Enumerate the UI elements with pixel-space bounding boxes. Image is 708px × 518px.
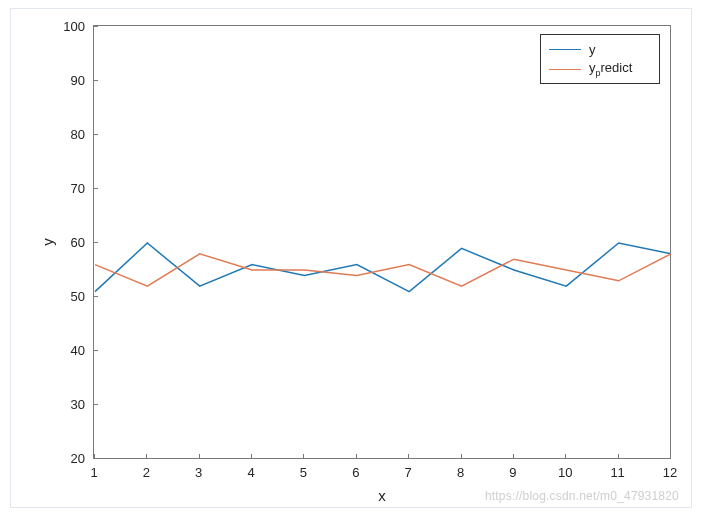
- plot-area: yypredict: [93, 25, 671, 459]
- x-tick: [356, 454, 357, 459]
- y-tick: [93, 26, 98, 27]
- y-tick: [93, 296, 98, 297]
- legend-item: ypredict: [549, 59, 651, 79]
- x-tick: [303, 454, 304, 459]
- y-tick-label: 70: [71, 181, 85, 196]
- y-tick-label: 40: [71, 343, 85, 358]
- x-tick: [461, 454, 462, 459]
- x-tick-label: 2: [143, 465, 150, 480]
- x-tick-label: 4: [247, 465, 254, 480]
- x-tick-label: 6: [352, 465, 359, 480]
- legend-item: y: [549, 39, 651, 59]
- series-line: [95, 254, 671, 286]
- x-tick-label: 7: [405, 465, 412, 480]
- x-tick-label: 5: [300, 465, 307, 480]
- y-tick-label: 90: [71, 73, 85, 88]
- x-tick-label: 10: [558, 465, 572, 480]
- x-tick: [670, 454, 671, 459]
- chart-frame: yypredict x y https://blog.csdn.net/m0_4…: [10, 8, 692, 508]
- y-tick: [93, 458, 98, 459]
- x-tick: [199, 454, 200, 459]
- x-tick-label: 12: [663, 465, 677, 480]
- x-tick-label: 9: [509, 465, 516, 480]
- y-tick-label: 100: [63, 19, 85, 34]
- x-tick-label: 3: [195, 465, 202, 480]
- x-tick: [565, 454, 566, 459]
- x-tick-label: 8: [457, 465, 464, 480]
- watermark-text: https://blog.csdn.net/m0_47931820: [485, 489, 679, 503]
- legend-label: y: [589, 42, 596, 57]
- x-tick: [251, 454, 252, 459]
- legend-label: ypredict: [589, 60, 632, 78]
- y-tick: [93, 242, 98, 243]
- y-tick-label: 30: [71, 397, 85, 412]
- y-tick: [93, 188, 98, 189]
- x-tick-label: 1: [90, 465, 97, 480]
- x-tick: [513, 454, 514, 459]
- x-tick: [618, 454, 619, 459]
- y-tick: [93, 350, 98, 351]
- x-axis-label: x: [378, 487, 386, 504]
- y-tick: [93, 134, 98, 135]
- legend: yypredict: [540, 34, 660, 84]
- x-tick-label: 11: [610, 465, 624, 480]
- x-tick: [408, 454, 409, 459]
- legend-swatch: [549, 49, 581, 50]
- y-tick: [93, 404, 98, 405]
- x-tick: [146, 454, 147, 459]
- y-tick: [93, 80, 98, 81]
- chart-lines: [94, 26, 672, 460]
- y-tick-label: 50: [71, 289, 85, 304]
- y-tick-label: 20: [71, 451, 85, 466]
- y-tick-label: 60: [71, 235, 85, 250]
- y-axis-label: y: [39, 238, 56, 246]
- series-line: [95, 243, 671, 292]
- y-tick-label: 80: [71, 127, 85, 142]
- legend-swatch: [549, 69, 581, 70]
